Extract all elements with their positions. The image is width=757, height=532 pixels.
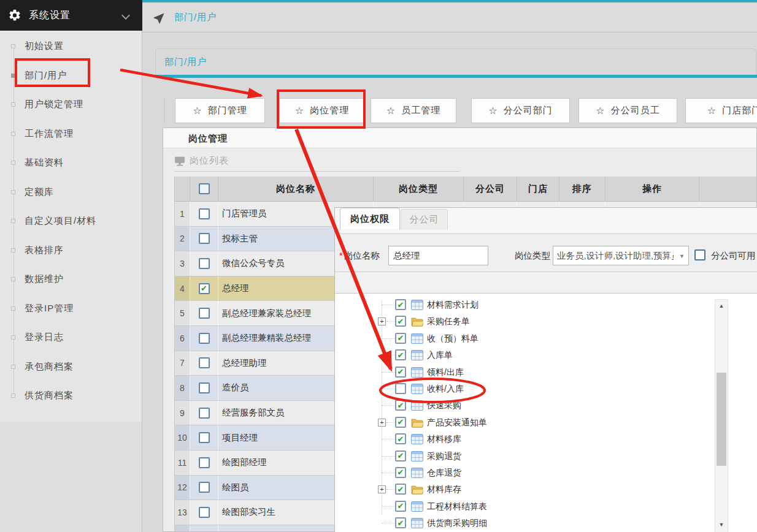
tree-node[interactable]: + ✔ 供货商采购明细: [335, 515, 757, 531]
row-checkbox[interactable]: ✔: [199, 333, 210, 344]
tree-node-label[interactable]: 产品安装通知单: [427, 414, 487, 431]
tab-branch-company[interactable]: 分公司: [401, 209, 448, 230]
job-type-dropdown[interactable]: 业务员,设计师,设计助理,预算员 ▼: [553, 246, 689, 265]
row-checkbox[interactable]: ✔: [199, 357, 210, 368]
sidebar-item[interactable]: 工作流管理: [0, 120, 142, 149]
sidebar-item[interactable]: 自定义项目/材料: [0, 207, 142, 236]
toolbar-button[interactable]: ☆ 岗位管理: [279, 98, 365, 123]
tree-node[interactable]: + ✔ 材料库存: [335, 481, 757, 498]
tree-node[interactable]: + ✔ 产品安装通知单: [335, 414, 757, 431]
sidebar-item[interactable]: 供货商档案: [0, 381, 142, 411]
table-icon: [411, 400, 423, 411]
tree-node-label[interactable]: 采购退货: [427, 448, 461, 465]
row-checkbox[interactable]: ✔: [199, 382, 210, 393]
toolbar-button[interactable]: ☆ 分公司员工: [578, 98, 677, 123]
scrollbar-down-arrow[interactable]: ▼: [715, 522, 728, 528]
tab-underline: [155, 75, 757, 78]
row-checkbox[interactable]: ✔: [199, 283, 210, 294]
tree-checkbox[interactable]: ✔: [395, 433, 406, 444]
header-cell-name: 岗位名称: [218, 177, 374, 201]
tree-node[interactable]: + ✔ 收料/入库: [335, 381, 757, 397]
sidebar-item[interactable]: 登录日志: [0, 323, 142, 352]
tree-stub-line: [382, 523, 395, 523]
tree-checkbox[interactable]: ✔: [395, 484, 406, 495]
tree-node[interactable]: + ✔ 仓库退货: [335, 465, 757, 481]
row-checkbox[interactable]: ✔: [199, 208, 210, 219]
tree-node-label[interactable]: 快速采购: [427, 397, 461, 414]
monitor-icon: [174, 156, 185, 166]
tree-node[interactable]: + ✔ 收（预）料单: [335, 330, 757, 347]
tree-node[interactable]: + ✔ 材料移库: [335, 431, 757, 447]
tree-checkbox[interactable]: ✔: [395, 501, 406, 512]
tree-node[interactable]: + ✔ 工程材料结算表: [335, 498, 757, 515]
expander-icon[interactable]: +: [378, 317, 386, 325]
tree-node-label[interactable]: 材料库存: [427, 481, 461, 498]
expander-icon[interactable]: +: [378, 485, 386, 493]
row-checkbox[interactable]: ✔: [199, 457, 210, 468]
tree-checkbox[interactable]: ✔: [395, 383, 406, 394]
sidebar-item[interactable]: 基础资料: [0, 148, 142, 178]
tree-node-label[interactable]: 仓库退货: [427, 465, 461, 481]
row-checkbox[interactable]: ✔: [199, 308, 210, 319]
tree-checkbox[interactable]: ✔: [395, 400, 406, 411]
tree-node-label[interactable]: 工程材料结算表: [427, 498, 487, 515]
tab-departments-users[interactable]: 部门/用户: [155, 48, 756, 75]
tree-node-label[interactable]: 供货商采购明细: [427, 515, 487, 531]
tree-checkbox[interactable]: ✔: [395, 299, 406, 310]
row-checkbox[interactable]: ✔: [199, 432, 210, 443]
tree-node-label[interactable]: 收（预）料单: [427, 330, 478, 347]
tree-node[interactable]: + ✔ 入库单: [335, 347, 757, 363]
tree-checkbox[interactable]: ✔: [395, 417, 406, 428]
tree-node[interactable]: + ✔ 材料需求计划: [335, 297, 757, 313]
sidebar-item[interactable]: 表格排序: [0, 236, 142, 265]
row-checkbox[interactable]: ✔: [199, 408, 210, 419]
row-checkbox[interactable]: ✔: [199, 233, 210, 244]
branch-available-checkbox[interactable]: ✔: [694, 249, 705, 260]
header-cell-branch: 分公司: [464, 177, 517, 201]
toolbar-button[interactable]: ☆ 门店部门: [685, 98, 757, 123]
tree-node-label[interactable]: 材料需求计划: [427, 297, 478, 313]
expander-icon[interactable]: +: [378, 419, 386, 427]
tree-checkbox[interactable]: ✔: [395, 367, 406, 378]
row-number: 4: [175, 276, 190, 301]
tree-node[interactable]: + ✔ 采购退货: [335, 448, 757, 465]
chevron-down-icon[interactable]: [121, 11, 130, 20]
scrollbar-up-arrow[interactable]: ▲: [715, 303, 728, 309]
tree-node[interactable]: + ✔ 快速采购: [335, 397, 757, 414]
scrollbar-thumb[interactable]: [717, 373, 726, 466]
sidebar-item[interactable]: 登录IP管理: [0, 294, 142, 324]
toolbar-button[interactable]: ☆ 分公司部门: [471, 98, 570, 123]
tree-node[interactable]: + ✔ 领料/出库: [335, 364, 757, 381]
select-all-checkbox[interactable]: ✔: [199, 183, 210, 194]
toolbar-button[interactable]: ☆ 部门管理: [175, 98, 265, 123]
tree-checkbox[interactable]: ✔: [395, 349, 406, 360]
sidebar-item[interactable]: 承包商档案: [0, 352, 142, 382]
breadcrumb: 部门/用户: [174, 12, 217, 23]
bullet-icon: [11, 161, 15, 165]
dropdown-arrow-icon[interactable]: ▼: [679, 253, 685, 259]
tab-job-permissions[interactable]: 岗位权限: [340, 208, 400, 230]
tree-node-label[interactable]: 收料/入库: [427, 381, 464, 397]
tree-node-label[interactable]: 入库单: [427, 347, 453, 363]
branch-available-label: 分公司可用: [711, 246, 756, 265]
tree-node-label[interactable]: 材料移库: [427, 431, 461, 447]
sidebar-item[interactable]: 部门/用户: [0, 61, 142, 91]
tree-checkbox[interactable]: ✔: [395, 517, 406, 528]
tree-node-label[interactable]: 领料/出库: [427, 364, 464, 381]
sidebar-item[interactable]: 定额库: [0, 178, 142, 207]
toolbar-button[interactable]: ☆ 员工管理: [371, 98, 456, 123]
job-name-input[interactable]: [388, 246, 488, 265]
sidebar-item[interactable]: 用户锁定管理: [0, 90, 142, 120]
row-checkbox[interactable]: ✔: [199, 258, 210, 269]
tree-checkbox[interactable]: ✔: [395, 316, 406, 327]
row-checkbox[interactable]: ✔: [199, 507, 210, 518]
tree-checkbox[interactable]: ✔: [395, 333, 406, 344]
row-checkbox[interactable]: ✔: [199, 482, 210, 493]
tree-checkbox[interactable]: ✔: [395, 467, 406, 478]
sidebar-item[interactable]: 数据维护: [0, 265, 142, 294]
tree-scrollbar[interactable]: ▲ ▼: [715, 299, 728, 532]
tree-node[interactable]: + ✔ 采购任务单: [335, 313, 757, 330]
tree-node-label[interactable]: 采购任务单: [427, 313, 470, 330]
sidebar-item[interactable]: 初始设置: [0, 32, 142, 61]
tree-checkbox[interactable]: ✔: [395, 450, 406, 462]
